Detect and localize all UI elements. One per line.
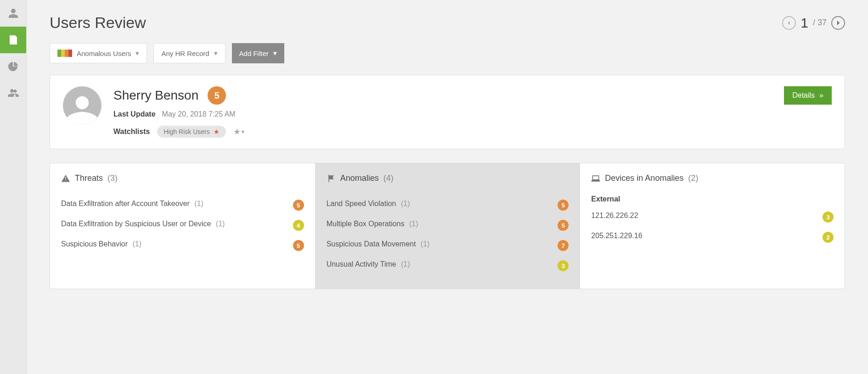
panel-count: (4) bbox=[383, 173, 394, 183]
avatar-icon bbox=[67, 94, 98, 125]
details-button[interactable]: Details » bbox=[784, 86, 832, 105]
chevron-left-icon bbox=[787, 21, 791, 25]
chevron-down-icon: ▾ bbox=[214, 49, 218, 57]
pager: 1 / 37 bbox=[782, 15, 845, 31]
chevron-right-icon bbox=[836, 21, 840, 25]
user-icon bbox=[8, 8, 19, 19]
watchlist-pill[interactable]: High Risk Users ★ bbox=[157, 126, 225, 138]
list-item[interactable]: 205.251.229.162 bbox=[591, 227, 834, 247]
user-risk-score: 5 bbox=[208, 86, 226, 105]
risk-score-badge: 4 bbox=[293, 220, 304, 231]
anomalies-panel: Anomalies (4) Land Speed Violation (1)5M… bbox=[315, 163, 580, 289]
filter-label: Add Filter bbox=[239, 50, 269, 57]
list-item-label: Land Speed Violation (1) bbox=[327, 200, 551, 208]
laptop-icon bbox=[591, 174, 600, 183]
panel-count: (3) bbox=[107, 173, 118, 183]
risk-score-badge: 3 bbox=[823, 212, 834, 223]
threats-panel: Threats (3) Data Exfiltration after Acco… bbox=[50, 163, 315, 289]
pager-current: 1 bbox=[800, 15, 808, 31]
pager-next-button[interactable] bbox=[831, 16, 845, 30]
last-update-label: Last Update bbox=[113, 110, 156, 118]
list-item[interactable]: Suspicious Data Movement (1)7 bbox=[327, 235, 569, 256]
star-icon: ★ bbox=[214, 128, 220, 135]
list-item-label: Multiple Box Operations (1) bbox=[327, 220, 551, 228]
page-title: Users Review bbox=[50, 14, 146, 32]
star-icon: ★ bbox=[233, 127, 241, 137]
pager-total: / 37 bbox=[813, 18, 827, 28]
filter-anomalous-users[interactable]: Anomalous Users ▾ bbox=[50, 43, 147, 63]
sidebar-item-review[interactable] bbox=[0, 27, 26, 53]
list-item[interactable]: Suspicious Behavior (1)5 bbox=[61, 235, 304, 256]
list-item-label: Suspicious Behavior (1) bbox=[61, 240, 286, 248]
panel-title: Threats bbox=[75, 173, 103, 183]
filter-bar: Anomalous Users ▾ Any HR Record ▾ Add Fi… bbox=[50, 43, 845, 63]
last-update-value: May 20, 2018 7:25 AM bbox=[162, 110, 236, 118]
risk-score-badge: 5 bbox=[293, 200, 304, 211]
list-item[interactable]: Land Speed Violation (1)5 bbox=[327, 195, 569, 215]
list-item[interactable]: Unusual Activity Time (1)3 bbox=[327, 256, 569, 276]
chevron-down-icon: ▾ bbox=[135, 49, 139, 57]
filter-label: Any HR Record bbox=[161, 50, 209, 57]
panel-title: Anomalies bbox=[340, 173, 379, 183]
avatar bbox=[63, 86, 101, 125]
add-watchlist-button[interactable]: ★▾ bbox=[233, 127, 244, 137]
risk-score-badge: 3 bbox=[558, 260, 569, 271]
watchlist-pill-label: High Risk Users bbox=[163, 128, 209, 135]
sidebar bbox=[0, 0, 27, 374]
filter-hr-record[interactable]: Any HR Record ▾ bbox=[153, 43, 225, 63]
add-filter-button[interactable]: Add Filter ▾ bbox=[232, 43, 284, 63]
risk-score-badge: 7 bbox=[558, 240, 569, 251]
sidebar-item-users[interactable] bbox=[0, 0, 26, 27]
list-item-label: Unusual Activity Time (1) bbox=[327, 260, 551, 268]
details-label: Details bbox=[792, 91, 815, 100]
warning-icon bbox=[61, 174, 70, 183]
chevron-double-right-icon: » bbox=[819, 91, 823, 100]
chevron-down-icon: ▾ bbox=[273, 49, 277, 57]
sidebar-item-analytics[interactable] bbox=[0, 53, 26, 80]
watchlists-label: Watchlists bbox=[113, 128, 150, 136]
list-item-label: 205.251.229.16 bbox=[591, 232, 815, 240]
filter-label: Anomalous Users bbox=[77, 50, 131, 57]
main-content: Users Review 1 / 37 Anomalous Users bbox=[27, 0, 868, 374]
devices-panel: Devices in Anomalies (2) External 121.26… bbox=[580, 163, 845, 289]
list-item-label: 121.26.226.22 bbox=[591, 212, 815, 220]
risk-score-badge: 5 bbox=[558, 220, 569, 231]
list-item-label: Data Exfiltration by Suspicious User or … bbox=[61, 220, 286, 228]
user-card: Sherry Benson 5 Last Update May 20, 2018… bbox=[50, 75, 845, 149]
panels: Threats (3) Data Exfiltration after Acco… bbox=[50, 163, 845, 289]
devices-subhead: External bbox=[591, 195, 834, 203]
chevron-down-icon: ▾ bbox=[242, 128, 244, 135]
list-item[interactable]: 121.26.226.223 bbox=[591, 207, 834, 227]
risk-score-badge: 5 bbox=[293, 240, 304, 251]
panel-title: Devices in Anomalies bbox=[605, 173, 683, 183]
list-item-label: Suspicious Data Movement (1) bbox=[327, 240, 551, 248]
document-icon bbox=[8, 34, 19, 45]
pie-chart-icon bbox=[8, 61, 19, 72]
list-item[interactable]: Multiple Box Operations (1)5 bbox=[327, 215, 569, 235]
pager-prev-button[interactable] bbox=[782, 16, 796, 30]
sidebar-item-groups[interactable] bbox=[0, 80, 26, 106]
panel-count: (2) bbox=[688, 173, 698, 183]
user-name: Sherry Benson bbox=[113, 88, 198, 103]
users-icon bbox=[8, 88, 19, 99]
risk-bars-icon bbox=[57, 50, 72, 57]
risk-score-badge: 5 bbox=[558, 200, 569, 211]
risk-score-badge: 2 bbox=[823, 232, 834, 243]
list-item[interactable]: Data Exfiltration after Account Takeover… bbox=[61, 195, 304, 215]
list-item-label: Data Exfiltration after Account Takeover… bbox=[61, 200, 286, 208]
flag-icon bbox=[327, 174, 336, 183]
list-item[interactable]: Data Exfiltration by Suspicious User or … bbox=[61, 215, 304, 235]
